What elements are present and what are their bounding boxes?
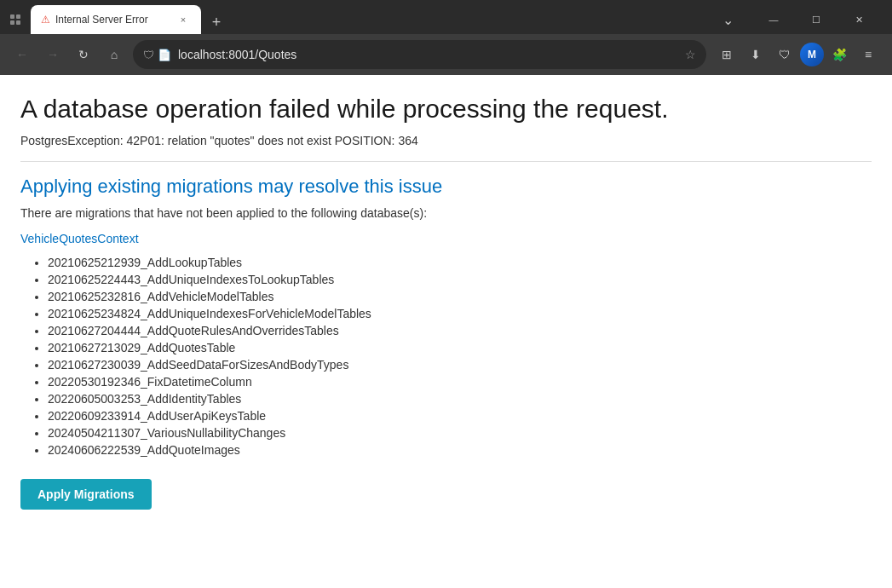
error-detail: PostgresException: 42P01: relation "quot… [20,134,872,147]
page-content: A database operation failed while proces… [0,75,892,588]
list-item: 20220605003253_AddIdentityTables [48,390,872,407]
svg-rect-0 [10,14,14,19]
split-view-button[interactable]: ⊞ [713,41,740,68]
tab-overflow-button[interactable]: ⌄ [716,12,740,28]
apply-migrations-button[interactable]: Apply Migrations [20,479,152,510]
divider [20,161,872,162]
extensions-button[interactable]: 🧩 [826,41,853,68]
back-button[interactable]: ← [10,43,34,66]
shield-icon: 🛡 [143,49,154,61]
list-item: 20220609233914_AddUserApiKeysTable [48,407,872,424]
browser-icon [7,11,24,28]
url-text: localhost:8001/Quotes [178,48,678,61]
list-item: 20220530192346_FixDatetimeColumn [48,373,872,390]
address-bar: ← → ↻ ⌂ 🛡 📄 localhost:8001/Quotes ☆ ⊞ ⬇ … [0,34,892,75]
refresh-button[interactable]: ↻ [72,43,95,66]
list-item: 20210625212939_AddLookupTables [48,254,872,271]
list-item: 20210627230039_AddSeedDataForSizesAndBod… [48,356,872,373]
main-error-title: A database operation failed while proces… [20,92,872,125]
shield-button[interactable]: 🛡 [771,41,798,68]
svg-rect-1 [16,14,20,19]
list-item: 20210625232816_AddVehicleModelTables [48,288,872,305]
avatar[interactable]: M [800,43,824,66]
svg-rect-2 [10,20,14,25]
minimize-button[interactable]: — [754,6,793,33]
toolbar-right: ⊞ ⬇ 🛡 M 🧩 ≡ [713,41,882,68]
migration-heading: Applying existing migrations may resolve… [20,176,872,198]
download-button[interactable]: ⬇ [742,41,769,68]
url-security-icon: 🛡 📄 [143,49,171,61]
migration-list: 20210625212939_AddLookupTables2021062522… [20,254,872,458]
list-item: 20210627213029_AddQuotesTable [48,339,872,356]
list-item: 20210625224443_AddUniqueIndexesToLookupT… [48,271,872,288]
svg-rect-3 [16,20,20,25]
list-item: 20210625234824_AddUniqueIndexesForVehicl… [48,305,872,322]
context-name: VehicleQuotesContext [20,232,872,245]
tab-title: Internal Server Error [55,14,170,26]
forward-button[interactable]: → [41,43,65,66]
close-button[interactable]: ✕ [839,6,878,33]
new-tab-button[interactable]: + [204,10,228,34]
window-controls: — ☐ ✕ [747,6,885,33]
tab-bar: ⚠ Internal Server Error × + [31,5,716,34]
menu-button[interactable]: ≡ [855,41,882,68]
tab-favicon-icon: ⚠ [41,14,50,26]
tab-close-button[interactable]: × [176,12,191,27]
active-tab[interactable]: ⚠ Internal Server Error × [31,5,201,34]
list-item: 20240606222539_AddQuoteImages [48,441,872,458]
home-button[interactable]: ⌂ [102,43,126,66]
maximize-button[interactable]: ☐ [797,6,836,33]
bookmark-icon[interactable]: ☆ [685,48,696,61]
page-icon: 📄 [158,49,171,61]
list-item: 20240504211307_VariousNullabilityChanges [48,424,872,441]
browser-window: ⚠ Internal Server Error × + ⌄ — ☐ ✕ ← → … [0,0,892,75]
title-bar: ⚠ Internal Server Error × + ⌄ — ☐ ✕ [0,0,892,34]
migration-subtext: There are migrations that have not been … [20,206,872,220]
url-bar[interactable]: 🛡 📄 localhost:8001/Quotes ☆ [133,40,706,69]
list-item: 20210627204444_AddQuoteRulesAndOverrides… [48,322,872,339]
